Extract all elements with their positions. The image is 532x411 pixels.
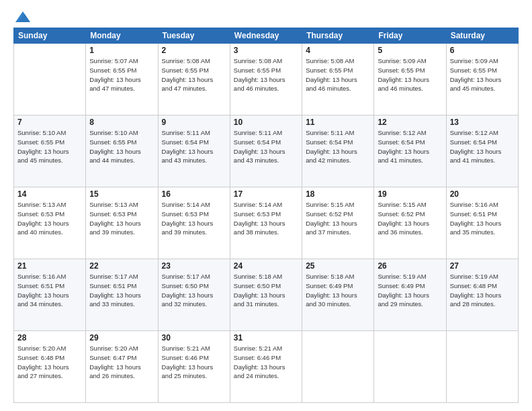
calendar-cell: 12Sunrise: 5:12 AMSunset: 6:54 PMDayligh… xyxy=(374,116,446,187)
day-info: Sunrise: 5:13 AMSunset: 6:53 PMDaylight:… xyxy=(17,200,82,237)
week-row-4: 21Sunrise: 5:16 AMSunset: 6:51 PMDayligh… xyxy=(14,259,519,331)
day-number: 17 xyxy=(234,189,298,199)
day-info: Sunrise: 5:08 AMSunset: 6:55 PMDaylight:… xyxy=(234,56,298,93)
weekday-header-monday: Monday xyxy=(86,28,158,44)
calendar-cell: 6Sunrise: 5:09 AMSunset: 6:55 PMDaylight… xyxy=(446,44,518,116)
day-number: 13 xyxy=(450,118,515,127)
logo xyxy=(13,11,30,22)
weekday-header-sunday: Sunday xyxy=(14,28,86,44)
page: SundayMondayTuesdayWednesdayThursdayFrid… xyxy=(0,0,532,411)
day-info: Sunrise: 5:19 AMSunset: 6:48 PMDaylight:… xyxy=(450,272,515,309)
logo-icon xyxy=(15,11,30,22)
day-info: Sunrise: 5:20 AMSunset: 6:48 PMDaylight:… xyxy=(17,344,82,381)
calendar-cell xyxy=(446,331,518,403)
day-number: 4 xyxy=(306,46,370,55)
calendar-table: SundayMondayTuesdayWednesdayThursdayFrid… xyxy=(13,28,519,403)
day-info: Sunrise: 5:11 AMSunset: 6:54 PMDaylight:… xyxy=(234,128,298,165)
day-number: 14 xyxy=(17,189,82,199)
week-row-1: 1Sunrise: 5:07 AMSunset: 6:55 PMDaylight… xyxy=(14,44,519,116)
day-number: 7 xyxy=(17,118,82,127)
day-number: 25 xyxy=(306,261,370,271)
calendar-cell: 28Sunrise: 5:20 AMSunset: 6:48 PMDayligh… xyxy=(14,331,86,403)
calendar-cell: 13Sunrise: 5:12 AMSunset: 6:54 PMDayligh… xyxy=(446,116,518,187)
calendar-cell: 1Sunrise: 5:07 AMSunset: 6:55 PMDaylight… xyxy=(86,44,158,116)
day-number: 1 xyxy=(89,46,154,55)
day-info: Sunrise: 5:15 AMSunset: 6:52 PMDaylight:… xyxy=(378,200,442,237)
calendar-cell: 29Sunrise: 5:20 AMSunset: 6:47 PMDayligh… xyxy=(86,331,158,403)
day-info: Sunrise: 5:15 AMSunset: 6:52 PMDaylight:… xyxy=(306,200,370,237)
calendar-cell: 5Sunrise: 5:09 AMSunset: 6:55 PMDaylight… xyxy=(374,44,446,116)
week-row-3: 14Sunrise: 5:13 AMSunset: 6:53 PMDayligh… xyxy=(14,187,519,259)
calendar-cell: 23Sunrise: 5:17 AMSunset: 6:50 PMDayligh… xyxy=(158,259,230,331)
day-number: 31 xyxy=(234,333,298,342)
day-number: 23 xyxy=(162,261,226,271)
day-info: Sunrise: 5:20 AMSunset: 6:47 PMDaylight:… xyxy=(89,344,154,381)
day-number: 11 xyxy=(306,118,370,127)
day-info: Sunrise: 5:09 AMSunset: 6:55 PMDaylight:… xyxy=(378,56,442,93)
weekday-header-row: SundayMondayTuesdayWednesdayThursdayFrid… xyxy=(14,28,519,44)
day-number: 12 xyxy=(378,118,442,127)
calendar-cell: 3Sunrise: 5:08 AMSunset: 6:55 PMDaylight… xyxy=(230,44,302,116)
calendar-cell: 20Sunrise: 5:16 AMSunset: 6:51 PMDayligh… xyxy=(446,187,518,259)
day-info: Sunrise: 5:10 AMSunset: 6:55 PMDaylight:… xyxy=(89,128,154,165)
calendar-cell xyxy=(302,331,374,403)
day-number: 19 xyxy=(378,189,442,199)
calendar-cell: 24Sunrise: 5:18 AMSunset: 6:50 PMDayligh… xyxy=(230,259,302,331)
calendar-cell: 22Sunrise: 5:17 AMSunset: 6:51 PMDayligh… xyxy=(86,259,158,331)
week-row-5: 28Sunrise: 5:20 AMSunset: 6:48 PMDayligh… xyxy=(14,331,519,403)
day-number: 9 xyxy=(162,118,226,127)
calendar-cell: 25Sunrise: 5:18 AMSunset: 6:49 PMDayligh… xyxy=(302,259,374,331)
day-number: 20 xyxy=(450,189,515,199)
calendar-cell: 18Sunrise: 5:15 AMSunset: 6:52 PMDayligh… xyxy=(302,187,374,259)
day-info: Sunrise: 5:21 AMSunset: 6:46 PMDaylight:… xyxy=(234,344,298,381)
day-info: Sunrise: 5:16 AMSunset: 6:51 PMDaylight:… xyxy=(17,272,82,309)
day-info: Sunrise: 5:21 AMSunset: 6:46 PMDaylight:… xyxy=(162,344,226,381)
day-info: Sunrise: 5:12 AMSunset: 6:54 PMDaylight:… xyxy=(450,128,515,165)
calendar-cell: 30Sunrise: 5:21 AMSunset: 6:46 PMDayligh… xyxy=(158,331,230,403)
day-number: 10 xyxy=(234,118,298,127)
week-row-2: 7Sunrise: 5:10 AMSunset: 6:55 PMDaylight… xyxy=(14,116,519,187)
weekday-header-friday: Friday xyxy=(374,28,446,44)
day-info: Sunrise: 5:09 AMSunset: 6:55 PMDaylight:… xyxy=(450,56,515,93)
day-number: 30 xyxy=(162,333,226,342)
day-number: 8 xyxy=(89,118,154,127)
day-info: Sunrise: 5:07 AMSunset: 6:55 PMDaylight:… xyxy=(89,56,154,93)
calendar-cell: 31Sunrise: 5:21 AMSunset: 6:46 PMDayligh… xyxy=(230,331,302,403)
day-number: 28 xyxy=(17,333,82,342)
day-info: Sunrise: 5:19 AMSunset: 6:49 PMDaylight:… xyxy=(378,272,442,309)
calendar-cell: 9Sunrise: 5:11 AMSunset: 6:54 PMDaylight… xyxy=(158,116,230,187)
calendar-cell: 16Sunrise: 5:14 AMSunset: 6:53 PMDayligh… xyxy=(158,187,230,259)
day-info: Sunrise: 5:08 AMSunset: 6:55 PMDaylight:… xyxy=(306,56,370,93)
day-number: 5 xyxy=(378,46,442,55)
day-info: Sunrise: 5:10 AMSunset: 6:55 PMDaylight:… xyxy=(17,128,82,165)
day-number: 21 xyxy=(17,261,82,271)
weekday-header-tuesday: Tuesday xyxy=(158,28,230,44)
day-number: 27 xyxy=(450,261,515,271)
day-info: Sunrise: 5:16 AMSunset: 6:51 PMDaylight:… xyxy=(450,200,515,237)
day-info: Sunrise: 5:18 AMSunset: 6:50 PMDaylight:… xyxy=(234,272,298,309)
day-info: Sunrise: 5:08 AMSunset: 6:55 PMDaylight:… xyxy=(162,56,226,93)
day-info: Sunrise: 5:11 AMSunset: 6:54 PMDaylight:… xyxy=(162,128,226,165)
calendar-cell: 17Sunrise: 5:14 AMSunset: 6:53 PMDayligh… xyxy=(230,187,302,259)
day-info: Sunrise: 5:13 AMSunset: 6:53 PMDaylight:… xyxy=(89,200,154,237)
day-number: 24 xyxy=(234,261,298,271)
weekday-header-wednesday: Wednesday xyxy=(230,28,302,44)
calendar-cell: 15Sunrise: 5:13 AMSunset: 6:53 PMDayligh… xyxy=(86,187,158,259)
calendar-cell: 19Sunrise: 5:15 AMSunset: 6:52 PMDayligh… xyxy=(374,187,446,259)
day-number: 26 xyxy=(378,261,442,271)
calendar-cell: 10Sunrise: 5:11 AMSunset: 6:54 PMDayligh… xyxy=(230,116,302,187)
calendar-cell: 11Sunrise: 5:11 AMSunset: 6:54 PMDayligh… xyxy=(302,116,374,187)
day-info: Sunrise: 5:17 AMSunset: 6:50 PMDaylight:… xyxy=(162,272,226,309)
day-info: Sunrise: 5:18 AMSunset: 6:49 PMDaylight:… xyxy=(306,272,370,309)
day-info: Sunrise: 5:17 AMSunset: 6:51 PMDaylight:… xyxy=(89,272,154,309)
logo-text xyxy=(13,11,30,22)
calendar-cell: 14Sunrise: 5:13 AMSunset: 6:53 PMDayligh… xyxy=(14,187,86,259)
calendar-cell: 7Sunrise: 5:10 AMSunset: 6:55 PMDaylight… xyxy=(14,116,86,187)
calendar-cell: 27Sunrise: 5:19 AMSunset: 6:48 PMDayligh… xyxy=(446,259,518,331)
calendar-cell: 21Sunrise: 5:16 AMSunset: 6:51 PMDayligh… xyxy=(14,259,86,331)
calendar-cell xyxy=(374,331,446,403)
day-number: 29 xyxy=(89,333,154,342)
weekday-header-thursday: Thursday xyxy=(302,28,374,44)
weekday-header-saturday: Saturday xyxy=(446,28,518,44)
day-info: Sunrise: 5:14 AMSunset: 6:53 PMDaylight:… xyxy=(162,200,226,237)
